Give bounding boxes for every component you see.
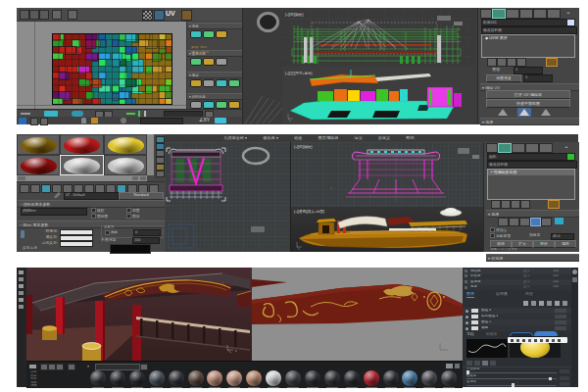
extra-mode-icon[interactable] xyxy=(555,218,564,224)
open-uv-editor-button[interactable]: 打开 UV 编辑器 xyxy=(486,90,570,99)
target-weld-tool-icon[interactable] xyxy=(228,79,240,87)
render-viewport-3d[interactable]: x xyxy=(26,268,252,361)
tool-icon[interactable] xyxy=(19,291,24,295)
section-tab1[interactable]: 基础 xyxy=(466,332,474,336)
tool-icon[interactable] xyxy=(19,284,24,288)
tab-history[interactable]: 历史 xyxy=(525,292,533,296)
rescale-tool-icon[interactable] xyxy=(203,101,215,109)
tool-icon[interactable] xyxy=(19,298,24,302)
viewport-perspective[interactable]: [+][透视][真实+边面] xyxy=(291,207,500,252)
object-name-field[interactable]: 画舫 xyxy=(487,153,567,161)
material-type-button[interactable]: Standard xyxy=(119,192,164,200)
modify-tab-icon[interactable] xyxy=(492,9,506,19)
panel-edge-strip[interactable] xyxy=(571,268,578,387)
tab-texset[interactable]: 纹理集 xyxy=(496,292,508,296)
rollout-select[interactable]: ▾ 选择 xyxy=(486,210,579,218)
shelf-material-sphere[interactable] xyxy=(188,370,204,386)
pin-stack-icon[interactable] xyxy=(491,200,501,209)
shelf-search-input[interactable] xyxy=(95,364,140,370)
opacity-spinner[interactable]: 100 xyxy=(132,237,160,244)
shelf-page-icon[interactable] xyxy=(446,364,453,368)
rotate-tool-icon[interactable] xyxy=(203,30,215,38)
material-slot[interactable] xyxy=(60,155,103,175)
display-tab-icon[interactable] xyxy=(539,143,553,153)
absolute-mode-icon[interactable] xyxy=(121,118,126,123)
checker-icon[interactable] xyxy=(142,10,153,21)
rotate-pack-tool-icon[interactable] xyxy=(216,101,227,109)
pipette-icon[interactable] xyxy=(54,192,61,198)
map-channel-spinner[interactable]: 1 xyxy=(523,74,553,82)
uv-rollout-header[interactable]: ▾ 排列元素 xyxy=(187,93,243,100)
rollout-soft-selection[interactable]: ▾ 软选择 xyxy=(486,254,579,262)
channel-spinner[interactable]: 1 xyxy=(514,67,543,74)
polygon-mode-icon[interactable] xyxy=(530,218,541,226)
slider-row[interactable]: 金属度 xyxy=(463,380,571,387)
viewport-front-right[interactable]: [+][前][线框] x xyxy=(291,142,500,207)
move-tool-icon[interactable] xyxy=(190,30,202,38)
viewport-front-wireframe[interactable]: [+][前][线框] xyxy=(282,10,474,66)
menu-item[interactable]: 修改器 ▾ xyxy=(263,136,278,141)
shelf-page-icon[interactable] xyxy=(455,364,460,368)
relax-tool-icon[interactable] xyxy=(190,58,202,66)
menu-icon[interactable] xyxy=(29,365,36,368)
create-tab-icon[interactable] xyxy=(486,143,498,153)
modifier-stack[interactable]: ◆ UVW 展开 xyxy=(481,34,575,58)
shelf-material-sphere[interactable] xyxy=(110,370,125,386)
wrench-icon[interactable]: ⌁ xyxy=(564,143,573,151)
slider-handle[interactable] xyxy=(512,383,514,387)
curve-widget[interactable] xyxy=(466,339,508,358)
vertex-mode-icon[interactable] xyxy=(498,218,509,226)
layer-row[interactable]: 底色 xyxy=(463,325,571,331)
shelf-material-sphere[interactable] xyxy=(421,370,437,386)
shader-dropdown[interactable]: (B)Blinn xyxy=(21,208,87,216)
shelf-material-sphere[interactable] xyxy=(344,370,360,386)
loop-button[interactable]: 循环 xyxy=(555,240,576,248)
panel-tabs[interactable]: ⌁ xyxy=(486,143,577,152)
shelf-material-sphere[interactable] xyxy=(324,370,340,386)
ring-button[interactable]: 环形 xyxy=(533,240,555,248)
shelf-material-sphere[interactable] xyxy=(90,370,106,386)
shelf-material-sphere[interactable] xyxy=(305,370,320,386)
create-tab-icon[interactable] xyxy=(480,9,492,19)
stack-tools[interactable] xyxy=(481,58,573,66)
hierarchy-tab-icon[interactable] xyxy=(506,9,519,19)
specular-color-swatch[interactable] xyxy=(60,241,93,248)
modifier-list-dropdown[interactable]: 修改器列表 xyxy=(487,161,577,169)
pack-tool-icon[interactable] xyxy=(190,101,202,109)
lock-icon[interactable] xyxy=(81,118,86,123)
display-tab-icon[interactable] xyxy=(533,9,547,19)
shelf-view-icon[interactable] xyxy=(48,364,56,370)
options-icon[interactable] xyxy=(181,10,192,21)
break-tool-icon[interactable] xyxy=(216,79,227,87)
motion-tab-icon[interactable] xyxy=(525,143,539,153)
texture-dropdown[interactable] xyxy=(154,10,165,21)
rollout-select[interactable]: ▾ 选择 xyxy=(480,118,579,125)
delete-layer-icon[interactable] xyxy=(563,301,567,306)
shelf-material-sphere[interactable] xyxy=(364,370,379,386)
make-unique-icon[interactable] xyxy=(511,200,520,209)
left-toolbar[interactable] xyxy=(17,268,26,387)
tool-icon[interactable] xyxy=(19,305,24,309)
tool-icon[interactable] xyxy=(19,277,24,281)
element-mode-icon[interactable] xyxy=(541,218,552,226)
uv-atlas-texture[interactable] xyxy=(52,33,172,105)
gear-icon[interactable] xyxy=(572,270,577,274)
shrink-button[interactable]: 收缩 xyxy=(490,240,512,248)
mirror-icon[interactable] xyxy=(68,10,77,20)
menu-item[interactable]: 几何体全部 ▾ xyxy=(223,136,247,141)
uv-editor-toolbar[interactable]: UV xyxy=(17,8,242,22)
grow-button[interactable]: 扩大 xyxy=(512,240,533,248)
material-vertical-toolbar[interactable] xyxy=(154,134,165,181)
uv-rollout-header[interactable]: ▾ 缝合 xyxy=(187,72,243,78)
hierarchy-tab-icon[interactable] xyxy=(512,143,525,153)
remove-modifier-icon[interactable] xyxy=(516,58,526,67)
menu-item[interactable]: 帮助 xyxy=(406,136,414,141)
material-slot[interactable] xyxy=(17,155,60,175)
panel-tabs[interactable]: 图层 纹理集 历史 xyxy=(465,292,571,299)
material-slot[interactable] xyxy=(17,134,60,155)
menu-item[interactable]: 自定义 xyxy=(378,136,391,141)
fill-icon[interactable] xyxy=(531,301,536,306)
modify-tab-icon[interactable] xyxy=(498,143,512,153)
modifier-stack[interactable]: ▪ 可编辑多边形 xyxy=(487,169,575,200)
configure-modifier-icon[interactable] xyxy=(548,200,560,209)
